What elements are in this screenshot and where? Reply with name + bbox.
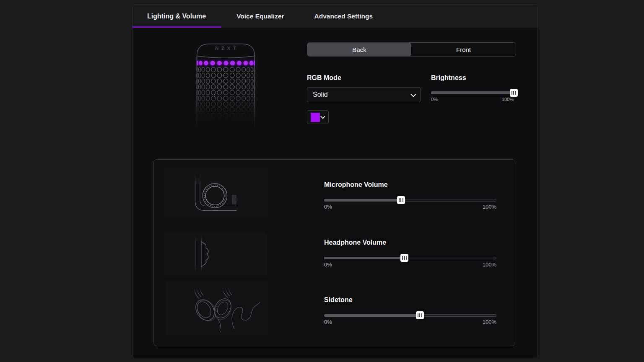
svg-text:NZXT: NZXT [215,46,239,51]
